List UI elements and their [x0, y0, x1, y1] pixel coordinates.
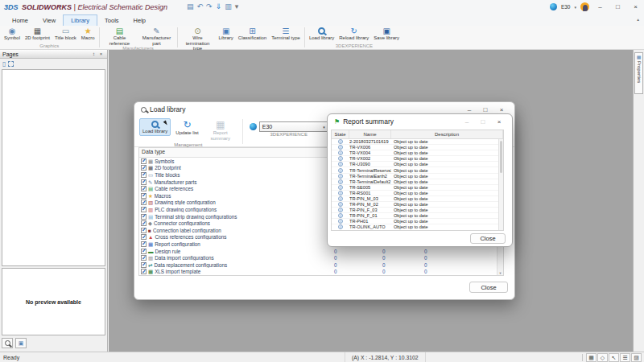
properties-tab[interactable]: ▦ Properties	[634, 52, 643, 94]
row-checkbox[interactable]	[141, 200, 147, 205]
3dexperience-compass-icon[interactable]	[550, 3, 557, 10]
load-library-button[interactable]: Load library	[307, 26, 336, 41]
user-avatar[interactable]	[580, 2, 589, 11]
header-description[interactable]: Description	[391, 130, 503, 138]
save-library-button[interactable]: ▣Save library	[371, 26, 402, 41]
tab-view[interactable]: View	[35, 15, 63, 26]
lineweight-icon[interactable]: ☰	[620, 353, 630, 362]
tab-library[interactable]: Library	[63, 14, 97, 26]
row-checkbox[interactable]	[141, 186, 147, 191]
header-data-type[interactable]: Data type	[139, 148, 329, 157]
snap-icon[interactable]: ◇	[597, 353, 608, 362]
update-data-icon[interactable]: ⇓	[216, 1, 222, 12]
scroll-down-icon[interactable]: ▼	[497, 271, 503, 275]
row-checkbox[interactable]	[141, 193, 147, 199]
row-checkbox[interactable]	[141, 269, 147, 274]
collaborative-space-select[interactable]: E30 ▾	[259, 121, 328, 132]
classification-button[interactable]: ⊞Classification	[236, 26, 269, 41]
panel-close-icon[interactable]: ×	[97, 51, 105, 56]
tab-home[interactable]: Home	[5, 15, 35, 26]
report-summary-close-button[interactable]: Close	[470, 233, 506, 244]
table-row[interactable]: iTR-PIN_F_03Object up to date	[332, 208, 498, 213]
manufacturer-part-button[interactable]: ✎Manufacturer part	[138, 26, 175, 46]
window-minimize-button[interactable]: –	[593, 3, 607, 10]
symbol-button[interactable]: ◉Symbol	[2, 26, 23, 41]
table-row[interactable]: iTR-U3090Object up to date	[332, 162, 498, 167]
table-row[interactable]: i2-20180327101619Object up to date	[332, 139, 498, 145]
row-checkbox[interactable]	[141, 158, 147, 164]
panel-view-button[interactable]: ▣	[15, 338, 27, 348]
dialog-minimize-button[interactable]: –	[463, 106, 476, 113]
macro-button[interactable]: ★Macro	[79, 26, 97, 41]
table-row[interactable]: ▥Data import configurations000	[139, 254, 497, 261]
table-row[interactable]: iTR-RS001Object up to date	[332, 191, 498, 196]
table-row[interactable]: iTR-PH01Object up to date	[332, 219, 498, 224]
cursor-icon[interactable]: ↖	[609, 353, 619, 362]
table-row[interactable]: ▦XLS import template000	[139, 269, 497, 276]
grid-icon[interactable]: ▦	[586, 353, 597, 362]
load-library-button[interactable]: Load library	[139, 118, 171, 136]
table-row[interactable]: iTR-PIN_M_02Object up to date	[332, 202, 498, 208]
scrollbar-thumb[interactable]	[500, 141, 502, 173]
cable-reference-button[interactable]: ▤Cable reference	[101, 26, 138, 46]
pages-tree[interactable]	[2, 69, 105, 266]
qat-dropdown-icon[interactable]: ▾	[235, 1, 239, 12]
load-library-close-button[interactable]: Close	[469, 282, 508, 293]
table-row[interactable]: iTR-VX002Object up to date	[332, 156, 498, 162]
row-checkbox[interactable]	[141, 262, 147, 268]
report-summary-button[interactable]: ▦ Report summary	[204, 118, 237, 142]
reload-library-button[interactable]: ↻Reload library	[336, 26, 371, 41]
row-checkbox[interactable]	[141, 255, 147, 261]
title-block-button[interactable]: ▭Title block	[52, 26, 79, 41]
header-state[interactable]: State	[332, 130, 349, 138]
tab-help[interactable]: Help	[126, 15, 153, 26]
row-checkbox[interactable]	[141, 220, 147, 226]
row-checkbox[interactable]	[141, 172, 147, 178]
table-row[interactable]: iTR-OLINK_AUTOObject up to date	[332, 224, 498, 230]
row-checkbox[interactable]	[141, 179, 147, 185]
window-close-button[interactable]: ×	[629, 3, 642, 10]
selection-frame-icon[interactable]	[8, 61, 14, 67]
table-row[interactable]: iTR-TerminalDefault2Object up to date	[332, 179, 498, 185]
header-name[interactable]: Name	[349, 130, 391, 138]
row-checkbox[interactable]	[141, 165, 147, 171]
window-maximize-button[interactable]: □	[611, 3, 625, 10]
dialog-close-button[interactable]: ×	[493, 118, 506, 125]
table-row[interactable]: ⇄Data replacement configurations000	[139, 261, 497, 269]
table-row[interactable]: iTR-VX006Object up to date	[332, 145, 498, 150]
redo-icon[interactable]: ↷	[206, 1, 213, 12]
new-page-icon[interactable]: ▯	[2, 60, 6, 68]
undo-icon[interactable]: ↶	[197, 1, 204, 12]
table-row[interactable]: iTR-TerminalReserve2Object up to date	[332, 167, 498, 173]
wire-termination-type-button[interactable]: ⊙Wire termination type	[180, 26, 217, 51]
space-dropdown-icon[interactable]: ▾	[574, 5, 576, 10]
preview-zoom-button[interactable]	[2, 338, 13, 348]
row-checkbox[interactable]	[141, 214, 147, 220]
terminal-type-button[interactable]: ☰Terminal type	[269, 26, 303, 41]
dialog-close-button[interactable]: ×	[495, 106, 508, 113]
table-row[interactable]: iTR-SE005Object up to date	[332, 185, 498, 191]
update-list-button[interactable]: ↻ Update list	[172, 118, 201, 138]
tab-tools[interactable]: Tools	[97, 15, 126, 26]
vertical-scrollbar[interactable]	[498, 139, 503, 230]
dialog-minimize-button[interactable]: –	[460, 118, 473, 125]
draw-style-icon[interactable]: ▨	[631, 353, 642, 362]
table-row[interactable]: iTR-VX004Object up to date	[332, 150, 498, 156]
table-row[interactable]: iTR-PIN_F_01Object up to date	[332, 213, 498, 219]
library-button[interactable]: ▣Library	[217, 26, 236, 41]
table-row[interactable]: ▬Design rule000	[139, 248, 497, 255]
row-checkbox[interactable]	[141, 241, 147, 247]
row-checkbox[interactable]	[141, 249, 147, 254]
save-icon[interactable]: ▤	[187, 1, 194, 12]
dialog-maximize-button[interactable]: □	[477, 118, 489, 125]
save-all-icon[interactable]: ▥	[225, 1, 232, 12]
panel-pin-icon[interactable]: ↕	[90, 51, 97, 56]
collaborative-space-label[interactable]: E30	[561, 4, 571, 10]
row-checkbox[interactable]	[141, 228, 147, 233]
ribbon-collapse-icon[interactable]: ▴	[637, 17, 639, 22]
table-row[interactable]: iTR-PIN_M_03Object up to date	[332, 196, 498, 202]
row-checkbox[interactable]	[141, 207, 147, 212]
row-checkbox[interactable]	[141, 234, 147, 240]
dialog-maximize-button[interactable]: □	[479, 106, 492, 113]
table-row[interactable]: iTR-TerminalEarth2Object up to date	[332, 174, 498, 179]
